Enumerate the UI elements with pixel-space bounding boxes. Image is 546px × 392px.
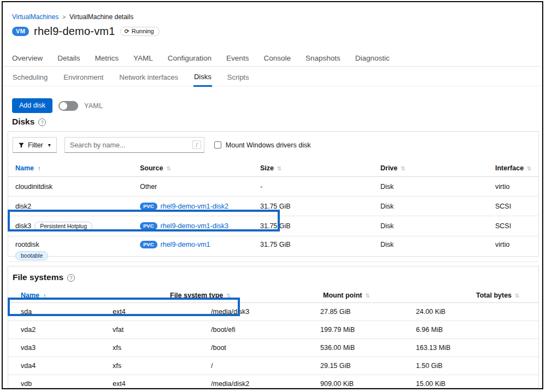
disk-interface: SCSI <box>495 203 538 210</box>
column-header-interface[interactable]: Interface⇅ <box>495 164 538 172</box>
subtab-environment[interactable]: Environment <box>63 70 104 86</box>
column-header-source-label: Source <box>140 164 163 172</box>
toggle-knob <box>60 102 67 110</box>
pvc-link[interactable]: rhel9-demo-vm1-disk2 <box>161 203 228 210</box>
configuration-subtabs: Scheduling Environment Network interface… <box>3 70 542 86</box>
table-row-disk2: disk2 PVCrhel9-demo-vm1-disk2 31.75 GiB … <box>8 197 538 216</box>
fs-total-bytes: 536.00 MiB <box>308 344 403 352</box>
filesystems-section-heading: File systems ? <box>13 272 538 282</box>
table-row-vda4: vda4 xfs / 29.15 GiB 1.50 GiB <box>8 357 538 375</box>
subtab-disks[interactable]: Disks <box>193 70 212 87</box>
breadcrumb: VirtualMachines > VirtualMachine details <box>12 13 133 21</box>
disks-section-heading: Disks ? <box>12 117 46 127</box>
column-header-total-bytes[interactable]: Total bytes⇅ <box>463 292 538 299</box>
sort-icon: ⇅ <box>515 293 519 299</box>
sort-icon: ⇅ <box>527 165 531 171</box>
search-input[interactable] <box>64 137 204 153</box>
column-header-mount-point[interactable]: Mount point⇅ <box>310 292 463 299</box>
fs-total-bytes: 29.15 GiB <box>308 362 403 370</box>
disks-heading-text: Disks <box>12 117 34 127</box>
fs-type: xfs <box>100 362 198 370</box>
pvc-link[interactable]: rhel9-demo-vm1-disk3 <box>161 222 228 230</box>
mount-windows-drivers-checkbox[interactable] <box>214 141 221 149</box>
subtab-scheduling[interactable]: Scheduling <box>12 70 48 86</box>
fs-type: ext4 <box>100 308 198 316</box>
fs-type: ext4 <box>100 380 198 388</box>
filesystems-card: File systems ? Name↑ File system type⇅ M… <box>8 266 539 388</box>
fs-used-bytes: 15.00 KiB <box>403 380 538 388</box>
fs-mount-point: / <box>198 362 308 370</box>
tab-snapshots[interactable]: Snapshots <box>306 54 340 62</box>
tab-diagnostic[interactable]: Diagnostic <box>355 54 390 62</box>
sort-icon: ⇅ <box>366 293 370 299</box>
column-header-fs-type-label: File system type <box>170 292 223 299</box>
yaml-toggle[interactable] <box>58 101 78 111</box>
table-row-rootdisk: rootdiskbootable PVCrhel9-demo-vm1 31.75… <box>8 236 538 262</box>
disks-toolbar: Add disk YAML <box>12 98 103 113</box>
subtab-scripts[interactable]: Scripts <box>227 70 250 86</box>
vm-kind-badge: VM <box>12 27 29 36</box>
tab-yaml[interactable]: YAML <box>133 54 153 62</box>
sort-icon: ⇅ <box>401 165 405 171</box>
pvc-link[interactable]: rhel9-demo-vm1 <box>161 241 210 248</box>
filter-label: Filter <box>28 141 43 149</box>
status-badge[interactable]: ⟳ Running <box>120 27 160 36</box>
pvc-badge: PVC <box>140 203 157 210</box>
tab-details[interactable]: Details <box>57 54 80 62</box>
column-header-size[interactable]: Size⇅ <box>260 164 380 172</box>
disk-size: 31.75 GiB <box>260 203 380 210</box>
column-header-source[interactable]: Source⇅ <box>140 164 260 172</box>
disk-drive: Disk <box>380 222 495 230</box>
tab-metrics[interactable]: Metrics <box>95 54 119 62</box>
breadcrumb-link-virtualmachines[interactable]: VirtualMachines <box>12 13 58 21</box>
disk-interface: SCSI <box>495 222 538 230</box>
table-row-vda2: vda2 vfat /boot/efi 199.79 MiB 6.96 MiB <box>8 321 538 339</box>
tab-configuration[interactable]: Configuration <box>168 54 212 62</box>
tab-console[interactable]: Console <box>263 54 291 62</box>
column-header-size-label: Size <box>260 164 274 172</box>
disks-table-header: Name↑ Source⇅ Size⇅ Drive⇅ Interface⇅ <box>8 160 538 177</box>
disks-filter-row: Filter ▾ / Mount Windows drivers disk <box>13 137 538 153</box>
table-row-sda: sda ext4 /media/disk3 27.85 GiB 24.00 Ki… <box>8 303 538 321</box>
fs-mount-point: /media/disk2 <box>198 380 308 388</box>
help-icon[interactable]: ? <box>67 274 75 282</box>
fs-total-bytes: 909.00 KiB <box>308 380 403 388</box>
fs-mount-point: /boot/efi <box>198 326 308 334</box>
table-row-cloudinitdisk: cloudinitdisk Other - Disk virtio <box>8 177 538 197</box>
subtab-network-interfaces[interactable]: Network interfaces <box>119 70 179 86</box>
help-icon[interactable]: ? <box>38 118 46 126</box>
add-disk-button[interactable]: Add disk <box>12 98 52 113</box>
fs-used-bytes: 163.13 MiB <box>403 344 538 352</box>
tab-overview[interactable]: Overview <box>12 54 43 62</box>
disk-size: 31.75 GiB <box>260 241 380 248</box>
disk-name: rootdisk <box>15 241 39 248</box>
fs-name: vda4 <box>8 362 100 370</box>
fs-mount-point: /boot <box>198 344 308 352</box>
page-header: VM rhel9-demo-vm1 ⟳ Running <box>12 25 160 38</box>
column-header-name-label: Name <box>15 164 34 172</box>
column-header-name[interactable]: Name↑ <box>8 164 140 172</box>
column-header-fs-type[interactable]: File system type⇅ <box>157 292 310 299</box>
disk-name: disk2 <box>15 203 31 210</box>
main-tabs: Overview Details Metrics YAML Configurat… <box>3 50 542 67</box>
search-shortcut-hint: / <box>192 140 201 149</box>
disk-interface: virtio <box>495 241 538 248</box>
column-header-drive-label: Drive <box>380 164 397 172</box>
tab-events[interactable]: Events <box>226 54 249 62</box>
fs-used-bytes: 24.00 KiB <box>403 308 538 316</box>
column-header-fs-name-label: Name <box>21 292 39 299</box>
bootable-label: bootable <box>15 251 48 260</box>
filter-dropdown[interactable]: Filter ▾ <box>13 137 57 153</box>
disk-drive: Disk <box>380 183 495 191</box>
breadcrumb-separator-icon: > <box>62 14 66 20</box>
mount-windows-drivers-label: Mount Windows drivers disk <box>226 141 311 149</box>
column-header-drive[interactable]: Drive⇅ <box>380 164 495 172</box>
fs-used-bytes: 6.96 MiB <box>403 326 538 334</box>
sort-icon: ⇅ <box>166 165 171 171</box>
caret-down-icon: ▾ <box>48 142 51 148</box>
column-header-fs-name[interactable]: Name↑ <box>8 292 157 299</box>
column-header-total-bytes-label: Total bytes <box>476 292 512 299</box>
status-label: Running <box>132 28 154 34</box>
disk-drive: Disk <box>380 241 495 248</box>
table-row-vdb: vdb ext4 /media/disk2 909.00 KiB 15.00 K… <box>8 375 538 389</box>
